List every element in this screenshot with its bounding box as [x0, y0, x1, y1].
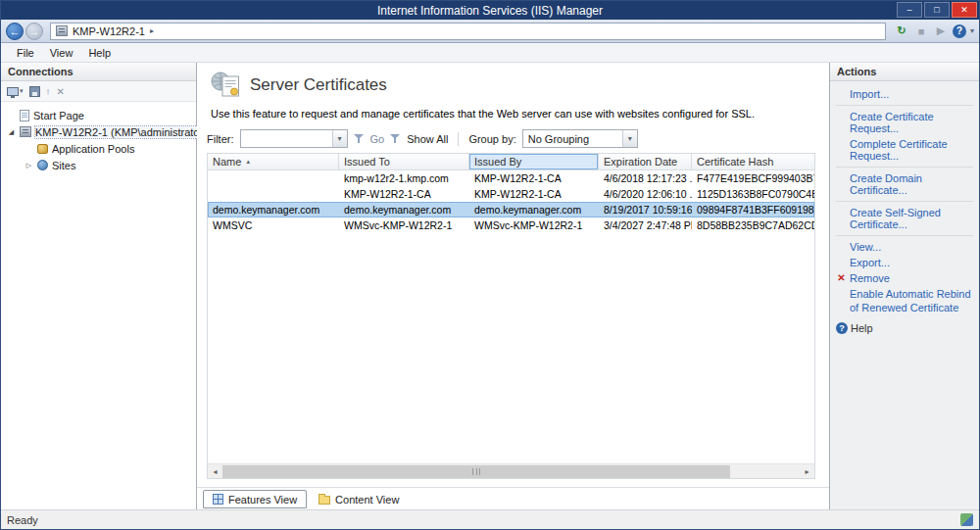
breadcrumb-server[interactable]: KMP-W12R2-1	[73, 25, 145, 37]
save-connections-icon[interactable]	[29, 86, 40, 97]
tree-item-start-page[interactable]: Start Page	[1, 107, 196, 123]
server-certificates-icon	[211, 71, 240, 100]
horizontal-scrollbar[interactable]: ◂ ▸	[208, 463, 814, 478]
new-connection-button[interactable]: ▾	[7, 87, 24, 96]
action-view[interactable]: View...	[836, 239, 973, 255]
breadcrumb[interactable]: KMP-W12R2-1 ▸	[50, 23, 886, 40]
cell-expiration-date: 4/6/2018 12:17:23 ...	[599, 172, 692, 184]
cell-certificate-hash: 1125D1363B8FC0790C4B34E01...	[692, 188, 814, 200]
table-row[interactable]: WMSVC WMSvc-KMP-W12R2-1 WMSvc-KMP-W12R2-…	[208, 217, 814, 233]
scroll-right-icon[interactable]: ▸	[800, 464, 814, 479]
view-tabs: Features View Content View	[197, 487, 829, 509]
filter-dropdown-icon: ▾	[332, 130, 347, 147]
tab-content-view[interactable]: Content View	[309, 490, 409, 508]
filter-input[interactable]: ▾	[240, 129, 348, 148]
action-create-certificate-request[interactable]: Create Certificate Request...	[836, 109, 973, 136]
action-enable-rebind[interactable]: Enable Automatic Rebind of Renewed Certi…	[836, 286, 973, 317]
action-create-self-signed-certificate[interactable]: Create Self-Signed Certificate...	[836, 205, 973, 232]
help-dropdown-icon[interactable]: ▾	[970, 26, 974, 35]
action-create-domain-certificate[interactable]: Create Domain Certificate...	[836, 170, 973, 198]
group-by-select[interactable]: No Grouping ▾	[522, 129, 638, 148]
menu-help[interactable]: Help	[80, 45, 119, 61]
action-export[interactable]: Export...	[836, 255, 973, 270]
scrollbar-thumb[interactable]	[222, 465, 730, 478]
go-funnel-icon	[354, 133, 365, 144]
column-label: Expiration Date	[604, 156, 677, 168]
tree-item-label: KMP-W12R2-1 (KMP\administrator)	[35, 126, 207, 138]
maximize-button[interactable]: □	[924, 2, 950, 18]
start-page-icon	[20, 110, 29, 121]
titlebar: Internet Information Services (IIS) Mana…	[1, 1, 979, 20]
menu-view[interactable]: View	[42, 45, 81, 61]
help-menu-icon[interactable]: ?	[953, 24, 966, 38]
sort-ascending-icon: ▲	[245, 159, 251, 165]
up-icon[interactable]: ↑	[46, 86, 51, 97]
forward-button[interactable]: →	[25, 23, 43, 40]
close-button[interactable]: ✕	[952, 2, 977, 18]
minimize-button[interactable]: –	[897, 2, 922, 18]
scroll-left-icon[interactable]: ◂	[208, 464, 222, 479]
window-title: Internet Information Services (IIS) Mana…	[1, 4, 979, 18]
cell-expiration-date: 8/19/2017 10:59:16...	[599, 204, 692, 216]
cell-certificate-hash: 8D58BB235B9C7AD62CD516D...	[692, 219, 814, 231]
show-all-button[interactable]: Show All	[407, 133, 448, 145]
group-by-label: Group by:	[468, 133, 515, 145]
column-label: Certificate Hash	[697, 156, 773, 168]
tree-item-application-pools[interactable]: Application Pools	[1, 140, 196, 157]
connections-header: Connections	[1, 63, 196, 81]
tree-expanded-icon[interactable]: ◢	[7, 128, 16, 136]
start-icon[interactable]: ▶	[933, 24, 949, 39]
scrollbar-track[interactable]	[222, 464, 800, 479]
menu-file[interactable]: File	[9, 45, 42, 61]
help-icon: ?	[836, 322, 848, 334]
go-button[interactable]: Go	[370, 133, 385, 145]
filter-toolbar: Filter: ▾ Go Show All Group by: No Group…	[197, 126, 829, 153]
addressbar-icons: ↻ ■ ▶ ? ▾	[894, 24, 974, 39]
filter-label: Filter:	[207, 133, 234, 145]
feature-description: Use this feature to request and manage c…	[197, 102, 829, 126]
delete-connection-icon[interactable]: ✕	[57, 86, 65, 97]
column-issued-to[interactable]: Issued To	[339, 154, 469, 169]
action-help[interactable]: ? Help	[836, 320, 973, 336]
action-help-label: Help	[851, 322, 873, 334]
connections-tree: Start Page ◢ KMP-W12R2-1 (KMP\administra…	[1, 102, 196, 173]
cell-expiration-date: 3/4/2027 2:47:48 PM	[599, 219, 692, 231]
tree-item-sites[interactable]: ▷ Sites	[1, 157, 196, 173]
main-panel: Server Certificates Use this feature to …	[197, 63, 830, 509]
forward-icon: →	[29, 25, 40, 37]
connections-panel: Connections ▾ ↑ ✕ Start Page ◢	[1, 63, 197, 509]
actions-divider	[836, 167, 973, 168]
iis-manager-window: Internet Information Services (IIS) Mana…	[0, 0, 980, 530]
column-name[interactable]: Name ▲	[208, 154, 339, 169]
breadcrumb-arrow-icon[interactable]: ▸	[150, 26, 154, 35]
column-label: Issued By	[474, 156, 521, 168]
restart-icon[interactable]: ↻	[894, 24, 909, 39]
features-view-icon	[213, 494, 223, 505]
column-issued-by[interactable]: Issued By	[469, 154, 599, 169]
tab-features-view[interactable]: Features View	[203, 490, 307, 508]
content-view-icon	[318, 496, 330, 505]
column-expiration-date[interactable]: Expiration Date	[599, 154, 692, 169]
server-icon	[56, 25, 68, 36]
action-remove[interactable]: ✕ Remove	[836, 270, 973, 286]
column-certificate-hash[interactable]: Certificate Hash	[692, 154, 814, 169]
window-controls: – □ ✕	[897, 2, 977, 18]
maximize-icon: □	[934, 5, 939, 15]
cell-issued-by: demo.keymanager.com	[469, 204, 599, 216]
cell-issued-by: WMSvc-KMP-W12R2-1	[469, 219, 599, 231]
tree-collapsed-icon[interactable]: ▷	[24, 162, 33, 169]
back-button[interactable]: ←	[6, 23, 24, 40]
cell-issued-by: KMP-W12R2-1-CA	[469, 188, 599, 200]
action-complete-certificate-request[interactable]: Complete Certificate Request...	[836, 136, 973, 164]
tab-label: Features View	[228, 494, 297, 506]
table-row[interactable]: KMP-W12R2-1-CA KMP-W12R2-1-CA 4/6/2020 1…	[208, 186, 814, 202]
feature-header: Server Certificates	[197, 63, 829, 102]
table-row-selected[interactable]: demo.keymanager.com demo.keymanager.com …	[208, 202, 814, 217]
group-by-value: No Grouping	[528, 133, 589, 145]
tree-item-server[interactable]: ◢ KMP-W12R2-1 (KMP\administrator)	[1, 123, 196, 140]
action-import[interactable]: Import...	[836, 86, 973, 102]
stop-icon[interactable]: ■	[913, 24, 929, 39]
group-by-dropdown-icon: ▾	[622, 130, 637, 147]
actions-divider	[836, 235, 973, 236]
table-row[interactable]: kmp-w12r2-1.kmp.com KMP-W12R2-1-CA 4/6/2…	[208, 170, 814, 186]
